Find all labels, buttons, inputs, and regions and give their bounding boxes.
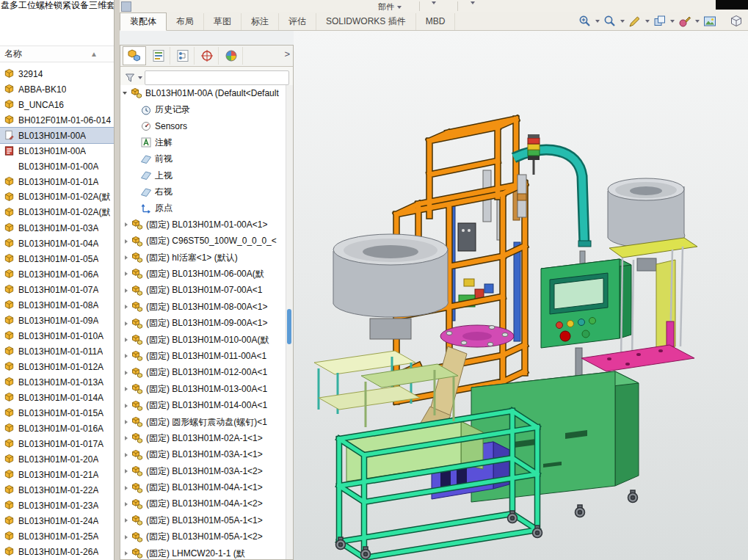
configurationmanager-tab[interactable] xyxy=(172,47,195,65)
expander-closed-icon[interactable] xyxy=(125,469,128,473)
chevron-down-icon[interactable] xyxy=(595,20,600,23)
file-list-item[interactable]: BL013H01M-01-07A xyxy=(0,282,114,297)
file-list-item[interactable]: BL013H01M-01-015A xyxy=(0,405,114,421)
file-list-item[interactable]: BL013H01M-01-05A xyxy=(0,251,114,266)
expander-closed-icon[interactable] xyxy=(125,486,128,490)
apply-scene-icon[interactable] xyxy=(702,14,717,29)
hidden-menu-2[interactable] xyxy=(471,1,475,4)
file-list-item[interactable]: 32914 xyxy=(0,66,114,81)
tree-item-component[interactable]: (固定) BL013H01M-01-00A<1> xyxy=(120,217,286,233)
chevron-down-icon[interactable] xyxy=(620,20,625,23)
chevron-down-icon[interactable] xyxy=(695,20,700,23)
file-list-item[interactable]: BL013H01M-01-02A(默 xyxy=(0,205,114,220)
tree-item-component[interactable]: (固定) BL013H01M-02A-1<1> xyxy=(120,430,286,446)
tree-item-origin[interactable]: 原点 xyxy=(120,200,286,217)
tree-item-plane[interactable]: 右视 xyxy=(120,183,286,200)
file-list-item[interactable]: BL013H01M-01-00A xyxy=(0,159,114,174)
sketch-pencil-icon[interactable] xyxy=(628,14,642,29)
file-list-item[interactable]: BL013H01M-01-21A xyxy=(0,467,114,482)
tree-item-component[interactable]: (固定) BL013H01M-011-00A<1 xyxy=(120,348,286,364)
file-list-item[interactable]: BL013H01M-00A xyxy=(0,143,114,159)
edit-appearance-icon[interactable] xyxy=(678,14,692,29)
tree-item-component[interactable]: (固定) BL013H01M-07-00A<1 xyxy=(120,283,286,299)
tree-item-component[interactable]: (固定) C96ST50_100W_0_0_0_< xyxy=(120,233,286,250)
tree-scrollbar-thumb[interactable] xyxy=(287,309,291,344)
name-column-header[interactable]: 名称 ▲ xyxy=(0,46,114,62)
expander-closed-icon[interactable] xyxy=(125,502,128,506)
tree-item-component[interactable]: (固定) BL013H01M-013-00A<1 xyxy=(120,381,286,397)
ribbon-tab-assembly[interactable]: 装配体 xyxy=(120,12,167,31)
tree-item-history[interactable]: 历史记录 xyxy=(120,101,286,117)
file-list-item[interactable]: BL013H01M-01-02A(默 xyxy=(0,189,114,205)
file-list-item[interactable]: BL013H01M-01-22A xyxy=(0,482,114,498)
expander-closed-icon[interactable] xyxy=(125,371,128,375)
file-list-item[interactable]: BL013H01M-01-26A xyxy=(0,544,114,559)
tree-filter-input[interactable] xyxy=(145,70,289,85)
expander-closed-icon[interactable] xyxy=(125,535,128,539)
zoom-to-area-icon[interactable] xyxy=(603,14,617,29)
tree-scrollbar[interactable] xyxy=(286,85,293,559)
expander-closed-icon[interactable] xyxy=(125,288,128,293)
file-list-item[interactable]: BL013H01M-01-014A xyxy=(0,390,114,405)
tree-item-plane[interactable]: 上视 xyxy=(120,167,286,183)
chevron-down-icon[interactable] xyxy=(138,76,142,79)
expander-closed-icon[interactable] xyxy=(125,420,128,424)
file-list-item[interactable]: BL013H01M-01-013A xyxy=(0,374,114,390)
tree-item-plane[interactable]: 前视 xyxy=(120,151,286,167)
file-list-item[interactable]: BL013H01M-01-08A xyxy=(0,297,114,313)
file-list-item[interactable]: BL013H01M-01-09A xyxy=(0,313,114,328)
file-list-item[interactable]: B_UNCA16 xyxy=(0,97,114,112)
chevron-down-icon[interactable] xyxy=(645,20,650,23)
tree-item-component[interactable]: (固定) BL013H01M-014-00A<1 xyxy=(120,397,286,413)
tree-item-component[interactable]: (固定) BL013H01M-012-00A<1 xyxy=(120,365,286,381)
tree-item-component[interactable]: (固定) BL013H01M-05A-1<2> xyxy=(120,529,286,545)
expander-closed-icon[interactable] xyxy=(125,404,128,408)
file-list-item[interactable]: BL013H01M-01-016A xyxy=(0,421,114,436)
featuremanager-design-tree-tab[interactable] xyxy=(123,46,146,65)
expander-closed-icon[interactable] xyxy=(125,436,128,440)
file-list-item[interactable]: ABBA-BK10 xyxy=(0,81,114,97)
tree-item-component[interactable]: (固定) BL013H01M-010-00A(默 xyxy=(120,332,286,348)
file-list-item[interactable]: BL013H01M-01-01A xyxy=(0,174,114,189)
expander-closed-icon[interactable] xyxy=(125,222,128,227)
tree-item-sensors[interactable]: Sensors xyxy=(120,118,286,134)
tree-root-item[interactable]: BL013H01M-00A (Default<Default xyxy=(120,85,286,101)
expander-closed-icon[interactable] xyxy=(125,551,128,556)
file-list-item[interactable]: BL013H01M-01-04A xyxy=(0,236,114,251)
panel-expand-chevron[interactable]: > xyxy=(284,48,290,59)
tree-item-component[interactable]: (固定) BL013H01M-03A-1<1> xyxy=(120,447,286,463)
tree-item-component[interactable]: (固定) BL013H01M-04A-1<1> xyxy=(120,479,286,495)
chevron-down-icon[interactable] xyxy=(670,20,675,23)
filter-funnel-icon[interactable] xyxy=(124,72,136,84)
expander-open-icon[interactable] xyxy=(123,92,127,95)
propertymanager-tab[interactable] xyxy=(148,47,170,65)
expander-closed-icon[interactable] xyxy=(125,518,128,523)
section-view-icon[interactable] xyxy=(653,14,667,29)
expander-closed-icon[interactable] xyxy=(125,453,128,457)
file-list-item[interactable]: BL013H01M-00A xyxy=(0,128,114,143)
file-list-item[interactable]: BL013H01M-01-25A xyxy=(0,528,114,544)
expander-closed-icon[interactable] xyxy=(125,321,128,326)
hidden-menu-1[interactable] xyxy=(432,1,436,4)
file-list-item[interactable]: BH012F01M-01-06-014 xyxy=(0,112,114,128)
file-list-item[interactable]: BL013H01M-01-20A xyxy=(0,451,114,467)
expander-closed-icon[interactable] xyxy=(125,387,128,391)
expander-closed-icon[interactable] xyxy=(125,272,128,276)
tree-item-component[interactable]: (固定) BL013H01M-06-00A(默 xyxy=(120,266,286,282)
file-list-item[interactable]: BL013H01M-01-24A xyxy=(0,513,114,528)
displaymanager-tab[interactable] xyxy=(220,47,243,65)
ribbon-tab-4[interactable]: 评估 xyxy=(279,13,316,30)
ribbon-tab-5[interactable]: SOLIDWORKS 插件 xyxy=(316,13,416,30)
expander-closed-icon[interactable] xyxy=(125,305,128,309)
tree-item-component[interactable]: (固定) BL013H01M-05A-1<1> xyxy=(120,512,286,528)
tree-item-component[interactable]: (固定) LHMCW20-1-1 (默 xyxy=(120,545,286,559)
ribbon-tab-2[interactable]: 草图 xyxy=(204,13,242,30)
tree-item-component[interactable]: (固定) BL013H01M-03A-1<2> xyxy=(120,463,286,479)
tree-item-component[interactable]: (固定) 圆形螺钉震动盘(螺钉)<1 xyxy=(120,414,286,430)
tree-item-annotations[interactable]: 注解 xyxy=(120,134,286,150)
expander-closed-icon[interactable] xyxy=(125,255,128,260)
file-list-item[interactable]: BL013H01M-01-010A xyxy=(0,328,114,343)
expander-closed-icon[interactable] xyxy=(125,354,128,358)
tree-item-component[interactable]: (固定) hl活塞<1> (默认) xyxy=(120,250,286,266)
tree-item-component[interactable]: (固定) BL013H01M-08-00A<1> xyxy=(120,299,286,315)
